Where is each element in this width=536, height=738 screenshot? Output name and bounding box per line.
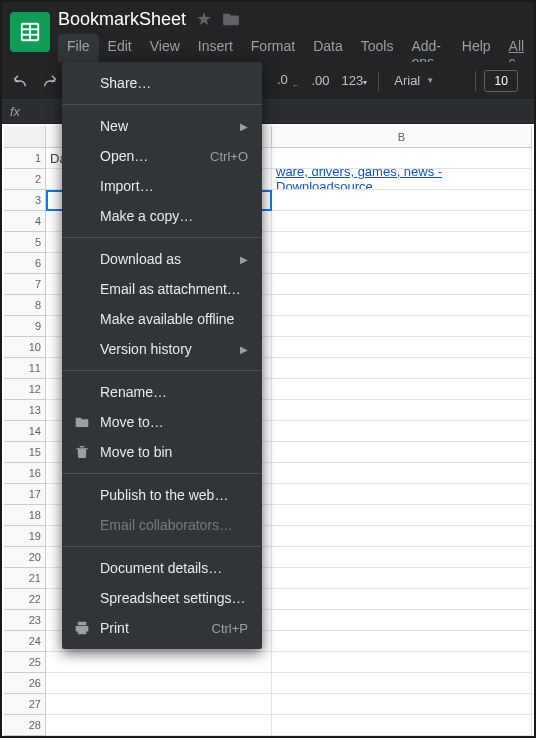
row-header[interactable]: 13 [4, 400, 46, 421]
cell[interactable] [272, 337, 532, 358]
cell[interactable] [272, 421, 532, 442]
row-header[interactable]: 25 [4, 652, 46, 673]
increase-decimal-button[interactable]: .00 [308, 73, 332, 88]
cell[interactable] [272, 673, 532, 694]
font-family-select[interactable]: Arial ▼ [387, 68, 467, 93]
row-header[interactable]: 1 [4, 148, 46, 169]
cell[interactable] [46, 652, 272, 673]
cell[interactable] [46, 715, 272, 736]
link-text[interactable]: ware, drivers, games, news - Downloadsou… [276, 169, 527, 190]
row-header[interactable]: 3 [4, 190, 46, 211]
row-header[interactable]: 7 [4, 274, 46, 295]
cell[interactable] [272, 148, 532, 169]
cell[interactable] [272, 295, 532, 316]
cell[interactable] [272, 211, 532, 232]
star-icon[interactable]: ★ [196, 8, 212, 30]
row-header[interactable]: 14 [4, 421, 46, 442]
menu-item-email-collaborators: Email collaborators… [62, 510, 262, 540]
row-header[interactable]: 11 [4, 358, 46, 379]
cell[interactable]: ware, drivers, games, news - Downloadsou… [272, 169, 532, 190]
shortcut-label: Ctrl+P [212, 621, 248, 636]
undo-button[interactable] [8, 69, 32, 93]
row-header[interactable]: 26 [4, 673, 46, 694]
folder-icon[interactable] [222, 12, 240, 26]
row-header[interactable]: 17 [4, 484, 46, 505]
row-header[interactable]: 9 [4, 316, 46, 337]
formula-bar-label: fx [10, 104, 20, 119]
print-icon [74, 620, 90, 636]
menu-item-move-to[interactable]: Move to… [62, 407, 262, 437]
menu-item-open[interactable]: Open…Ctrl+O [62, 141, 262, 171]
row-header[interactable]: 18 [4, 505, 46, 526]
menu-item-version-history[interactable]: Version history▶ [62, 334, 262, 364]
cell[interactable] [272, 253, 532, 274]
sheets-logo[interactable] [10, 12, 50, 52]
cell[interactable] [272, 610, 532, 631]
row-header[interactable]: 27 [4, 694, 46, 715]
chevron-right-icon: ▶ [240, 121, 248, 132]
menu-item-new[interactable]: New▶ [62, 111, 262, 141]
row-header[interactable]: 4 [4, 211, 46, 232]
column-header-b[interactable]: B [272, 126, 532, 148]
row-header[interactable]: 8 [4, 295, 46, 316]
cell[interactable] [46, 673, 272, 694]
row-header[interactable]: 6 [4, 253, 46, 274]
cell[interactable] [272, 316, 532, 337]
row-header[interactable]: 23 [4, 610, 46, 631]
cell[interactable] [272, 694, 532, 715]
cell[interactable] [272, 568, 532, 589]
number-format-button[interactable]: 123▾ [339, 73, 371, 88]
cell[interactable] [272, 442, 532, 463]
menu-item-publish[interactable]: Publish to the web… [62, 480, 262, 510]
menu-item-document-details[interactable]: Document details… [62, 553, 262, 583]
cell[interactable] [272, 232, 532, 253]
cell[interactable] [272, 463, 532, 484]
decrease-decimal-button[interactable]: .0 ← [274, 72, 302, 90]
cell[interactable] [272, 484, 532, 505]
row-header[interactable]: 16 [4, 463, 46, 484]
row-header[interactable]: 2 [4, 169, 46, 190]
row-header[interactable]: 28 [4, 715, 46, 736]
menu-item-move-to-bin[interactable]: Move to bin [62, 437, 262, 467]
folder-icon [74, 414, 90, 430]
cell[interactable] [272, 274, 532, 295]
document-title[interactable]: BookmarkSheet [58, 9, 186, 30]
cell[interactable] [272, 589, 532, 610]
redo-button[interactable] [38, 69, 62, 93]
row-header[interactable]: 20 [4, 547, 46, 568]
row-header[interactable]: 5 [4, 232, 46, 253]
menu-item-rename[interactable]: Rename… [62, 377, 262, 407]
menu-item-spreadsheet-settings[interactable]: Spreadsheet settings… [62, 583, 262, 613]
shortcut-label: Ctrl+O [210, 149, 248, 164]
menu-item-import[interactable]: Import… [62, 171, 262, 201]
chevron-right-icon: ▶ [240, 254, 248, 265]
row-header[interactable]: 10 [4, 337, 46, 358]
row-header[interactable]: 22 [4, 589, 46, 610]
cell[interactable] [272, 715, 532, 736]
row-header[interactable]: 21 [4, 568, 46, 589]
cell[interactable] [272, 526, 532, 547]
cell[interactable] [46, 694, 272, 715]
cell[interactable] [272, 505, 532, 526]
cell[interactable] [272, 190, 532, 211]
row-header[interactable]: 15 [4, 442, 46, 463]
cell[interactable] [272, 631, 532, 652]
select-all-corner[interactable] [4, 126, 46, 148]
row-header[interactable]: 12 [4, 379, 46, 400]
menu-item-download[interactable]: Download as▶ [62, 244, 262, 274]
row-header[interactable]: 24 [4, 631, 46, 652]
cell[interactable] [272, 547, 532, 568]
cell[interactable] [272, 379, 532, 400]
menu-item-email-attachment[interactable]: Email as attachment… [62, 274, 262, 304]
cell[interactable] [272, 652, 532, 673]
menu-item-make-copy[interactable]: Make a copy… [62, 201, 262, 231]
cell[interactable] [272, 358, 532, 379]
menu-item-print[interactable]: PrintCtrl+P [62, 613, 262, 643]
file-menu-dropdown: Share… New▶ Open…Ctrl+O Import… Make a c… [62, 62, 262, 649]
menu-item-share[interactable]: Share… [62, 68, 262, 98]
font-size-input[interactable]: 10 [484, 70, 518, 92]
sheets-icon [19, 21, 41, 43]
menu-item-offline[interactable]: Make available offline [62, 304, 262, 334]
row-header[interactable]: 19 [4, 526, 46, 547]
cell[interactable] [272, 400, 532, 421]
